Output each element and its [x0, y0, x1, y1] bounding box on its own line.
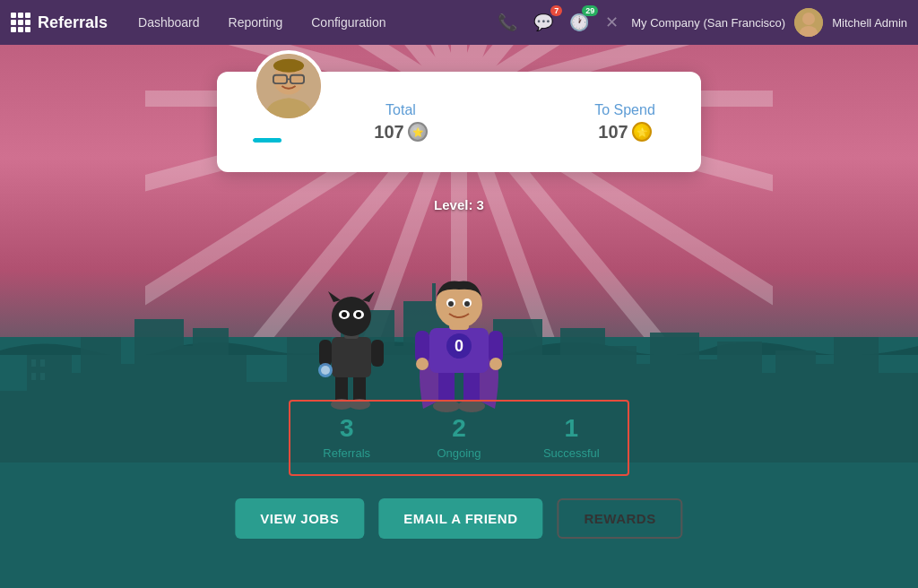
- svg-rect-69: [371, 340, 384, 367]
- stats-card: Total 107 ⭐ To Spend 107 ⭐: [217, 72, 701, 172]
- level-progress-bar: [253, 138, 325, 143]
- grid-icon: [11, 13, 30, 32]
- silver-coin-icon: ⭐: [408, 122, 428, 142]
- referrals-label: Referrals: [299, 446, 394, 460]
- svg-marker-79: [362, 291, 375, 302]
- total-label: Total: [360, 102, 441, 118]
- app-brand[interactable]: Referrals: [11, 13, 108, 32]
- action-buttons: VIEW JOBS EMAIL A FRIEND REWARDS: [235, 498, 682, 539]
- svg-point-77: [356, 312, 361, 317]
- svg-point-62: [273, 59, 304, 73]
- nav-configuration[interactable]: Configuration: [299, 10, 398, 35]
- ongoing-count: 2: [411, 416, 506, 441]
- user-name[interactable]: Mitchell Admin: [832, 16, 907, 30]
- nav-right: 📞 💬 7 🕐 29 ✕ My Company (San Francisco) …: [494, 8, 907, 37]
- successful-count: 1: [524, 416, 619, 441]
- svg-rect-67: [332, 337, 371, 377]
- phone-button[interactable]: 📞: [494, 9, 521, 36]
- nav-reporting[interactable]: Reporting: [216, 10, 296, 35]
- email-friend-button[interactable]: EMAIL A FRIEND: [378, 498, 542, 539]
- referrals-count: 3: [299, 416, 394, 441]
- total-value: 107 ⭐: [360, 122, 441, 143]
- svg-rect-56: [870, 373, 918, 463]
- successful-label: Successful: [524, 446, 619, 460]
- gold-coin-icon: ⭐: [632, 122, 652, 142]
- rewards-button[interactable]: REWARDS: [557, 498, 682, 539]
- svg-rect-34: [31, 373, 36, 380]
- svg-marker-78: [328, 291, 341, 302]
- hero-character: 0: [410, 274, 508, 418]
- svg-point-90: [489, 358, 502, 370]
- svg-rect-31: [220, 355, 247, 463]
- clock-badge: 29: [582, 5, 598, 16]
- svg-text:0: 0: [455, 337, 463, 355]
- nav-menu: Dashboard Reporting Configuration: [126, 10, 398, 35]
- ongoing-label: Ongoing: [411, 446, 506, 460]
- svg-rect-33: [40, 359, 45, 367]
- navbar: Referrals Dashboard Reporting Configurat…: [0, 0, 918, 45]
- chat-button[interactable]: 💬 7: [530, 9, 557, 36]
- svg-point-89: [416, 358, 429, 370]
- svg-rect-35: [40, 373, 45, 380]
- close-button[interactable]: ✕: [602, 9, 622, 36]
- svg-point-71: [321, 366, 330, 375]
- svg-point-96: [464, 301, 470, 307]
- level-text: Level: 3: [434, 197, 484, 212]
- referral-stats-box: 3 Referrals 2 Ongoing 1 Successful: [289, 400, 629, 476]
- svg-point-76: [342, 312, 347, 317]
- to-spend-label: To Spend: [585, 102, 665, 118]
- user-profile-avatar: [253, 50, 325, 122]
- main-content: Total 107 ⭐ To Spend 107 ⭐ Level: 3: [0, 45, 918, 588]
- clock-button[interactable]: 🕐 29: [566, 9, 593, 36]
- svg-rect-32: [31, 359, 36, 367]
- company-name[interactable]: My Company (San Francisco): [631, 16, 785, 30]
- ongoing-stat[interactable]: 2 Ongoing: [403, 402, 515, 474]
- total-stat: Total 107 ⭐: [360, 102, 441, 143]
- svg-point-73: [332, 297, 371, 336]
- successful-stat[interactable]: 1 Successful: [515, 402, 628, 474]
- app-name: Referrals: [38, 13, 108, 32]
- nav-dashboard[interactable]: Dashboard: [126, 10, 212, 35]
- svg-rect-68: [319, 340, 332, 367]
- view-jobs-button[interactable]: VIEW JOBS: [235, 498, 364, 539]
- level-progress-fill: [253, 138, 281, 143]
- chat-badge: 7: [550, 5, 562, 16]
- user-avatar[interactable]: [794, 8, 823, 37]
- to-spend-stat: To Spend 107 ⭐: [585, 102, 665, 143]
- svg-point-95: [448, 301, 454, 307]
- to-spend-value: 107 ⭐: [585, 122, 665, 143]
- villain-character: [316, 288, 387, 413]
- svg-point-1: [802, 13, 815, 25]
- referrals-stat[interactable]: 3 Referrals: [290, 402, 403, 474]
